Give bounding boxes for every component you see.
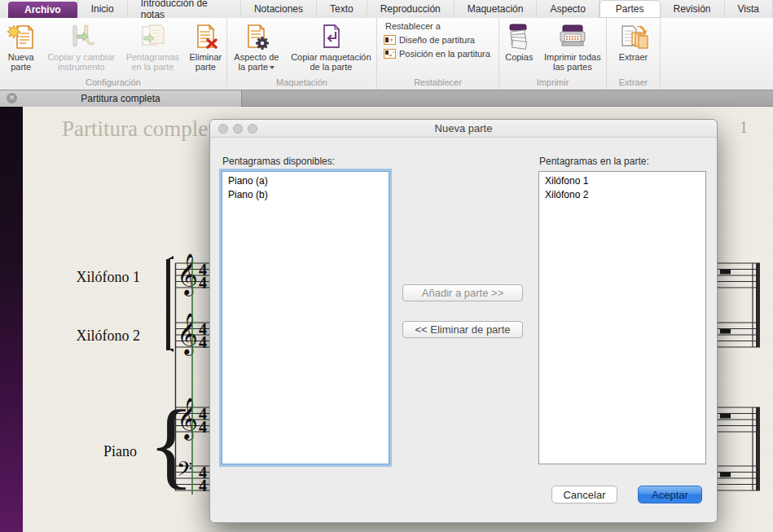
copies-button[interactable]: Copias <box>502 21 537 62</box>
copy-part-layout-button[interactable]: Copiar maquetación de la parte <box>288 21 374 72</box>
delete-part-button[interactable]: Eliminar parte <box>187 21 224 72</box>
final-barline <box>756 407 760 490</box>
reset-to-label: Restablecer a <box>385 21 498 31</box>
list-item[interactable]: Piano (a) <box>222 174 389 188</box>
tab-revision[interactable]: Revisión <box>661 0 725 18</box>
staves-in-part-list[interactable]: Xilófono 1 Xilófono 2 <box>538 171 706 464</box>
nueva-parte-dialog: Nueva parte Pentagramas disponibles: Pen… <box>209 119 718 523</box>
reset-score-position-item[interactable]: Posición en la partitura <box>384 49 498 59</box>
whole-rest-icon <box>720 270 731 477</box>
staves-in-part-label: Pentagramas en la parte: <box>539 156 649 167</box>
copy-part-layout-label: Copiar maquetación de la parte <box>288 52 374 72</box>
tab-vista[interactable]: Vista <box>725 0 773 18</box>
ribbon-tab-bar: Archivo Inicio Introducción de notas Not… <box>0 0 773 18</box>
dialog-title: Nueva parte <box>435 122 493 134</box>
application-window: Archivo Inicio Introducción de notas Not… <box>0 0 773 532</box>
chevron-down-icon <box>270 66 275 69</box>
available-staves-list[interactable]: Piano (a) Piano (b) <box>222 171 389 464</box>
add-to-part-button[interactable]: Añadir a parte >> <box>402 284 523 301</box>
tab-partes[interactable]: Partes <box>600 0 661 18</box>
treble-clef-icon: 𝄞 <box>177 253 198 297</box>
group-extraer: Extraer Extraer <box>607 18 661 90</box>
copy-part-layout-icon <box>316 21 345 52</box>
instrument-label-xilofono-1: Xilófono 1 <box>77 269 141 285</box>
delete-part-label: Eliminar parte <box>187 52 224 72</box>
zoom-window-icon[interactable] <box>248 124 257 134</box>
instrument-label-xilofono-2: Xilófono 2 <box>77 328 141 344</box>
delete-part-icon <box>191 21 220 52</box>
ribbon-filler <box>661 18 773 90</box>
close-window-icon[interactable] <box>218 124 228 134</box>
group-label-maquetacion: Maquetación <box>227 77 376 87</box>
copies-label: Copias <box>505 52 533 62</box>
dialog-title-bar[interactable]: Nueva parte <box>210 120 717 138</box>
print-all-parts-button[interactable]: Imprimir todas las partes <box>542 21 604 72</box>
score-position-icon <box>384 49 396 59</box>
group-imprimir: Copias Imprimir todas las partes <box>499 18 607 90</box>
tab-introduccion-de-notas[interactable]: Introducción de notas <box>128 0 241 18</box>
group-label-restablecer: Restablecer <box>377 77 498 87</box>
time-signature-bottom: 4 <box>199 274 207 292</box>
group-label-extraer: Extraer <box>607 77 660 87</box>
accept-button[interactable]: Aceptar <box>638 486 702 503</box>
part-appearance-label: Aspecto de la parte <box>230 52 283 72</box>
print-all-parts-label: Imprimir todas las partes <box>542 52 604 72</box>
cancel-button[interactable]: Cancelar <box>551 486 617 503</box>
group-configuracion: Nueva parte Copiar y cambiar instrumento <box>0 18 227 90</box>
extract-label: Extraer <box>619 52 648 62</box>
copies-icon <box>504 21 534 52</box>
part-appearance-icon <box>242 21 271 52</box>
new-part-icon <box>7 21 36 52</box>
tab-notaciones[interactable]: Notaciones <box>241 0 317 18</box>
group-label-imprimir: Imprimir <box>499 77 606 87</box>
group-label-configuracion: Configuración <box>0 77 226 87</box>
reset-score-design-item[interactable]: Diseño de partitura <box>384 35 498 45</box>
tab-archivo[interactable]: Archivo <box>8 2 77 18</box>
copy-change-instrument-icon <box>67 21 96 52</box>
remove-from-part-button[interactable]: << Eliminar de parte <box>402 321 523 338</box>
new-part-label: Nueva parte <box>2 52 39 72</box>
part-appearance-button[interactable]: Aspecto de la parte <box>230 21 283 72</box>
bass-clef-icon: 𝄢 <box>177 457 192 486</box>
final-barline <box>756 263 760 347</box>
reset-score-position-label: Posición en la partitura <box>399 49 490 59</box>
staves-in-part-icon <box>138 21 167 52</box>
copy-change-instrument-button[interactable]: Copiar y cambiar instrumento <box>44 21 118 72</box>
extract-button[interactable]: Extraer <box>609 21 657 62</box>
time-signature-bottom: 4 <box>199 418 207 436</box>
list-item[interactable]: Xilófono 2 <box>539 188 705 202</box>
time-signature-bottom: 4 <box>199 333 207 351</box>
score-design-icon <box>384 35 396 45</box>
extract-icon <box>618 21 649 52</box>
tab-inicio[interactable]: Inicio <box>77 0 128 18</box>
group-maquetacion: Aspecto de la parte Copiar maquetación d… <box>227 18 377 90</box>
staves-in-part-button[interactable]: Pentagramas en la parte <box>123 21 182 72</box>
instrument-label-piano: Piano <box>103 443 137 459</box>
copy-change-instrument-label: Copiar y cambiar instrumento <box>44 52 118 72</box>
staves-in-part-label: Pentagramas en la parte <box>123 52 182 72</box>
new-part-button[interactable]: Nueva parte <box>2 21 39 72</box>
treble-clef-icon: 𝄞 <box>177 312 198 356</box>
tab-aspecto[interactable]: Aspecto <box>537 0 599 18</box>
treble-clef-icon: 𝄞 <box>177 397 198 441</box>
close-tab-icon[interactable]: ✕ <box>7 93 17 103</box>
staff-bracket-bar <box>166 259 169 350</box>
document-tab-bar: Partitura completa ✕ <box>0 90 773 107</box>
reset-score-design-label: Diseño de partitura <box>399 35 475 45</box>
available-staves-label: Pentagramas disponibles: <box>222 156 335 167</box>
window-traffic-lights <box>218 124 257 134</box>
tab-maquetacion[interactable]: Maquetación <box>455 0 538 18</box>
tab-reproduccion[interactable]: Reproducción <box>367 0 455 18</box>
group-restablecer: Restablecer a Diseño de partitura Posici… <box>377 18 499 90</box>
ribbon: Nueva parte Copiar y cambiar instrumento <box>0 18 773 90</box>
minimize-window-icon[interactable] <box>233 124 243 134</box>
list-item[interactable]: Piano (b) <box>222 188 389 202</box>
document-tab-partitura-completa[interactable]: Partitura completa <box>0 90 242 107</box>
list-item[interactable]: Xilófono 1 <box>539 174 705 188</box>
tab-texto[interactable]: Texto <box>317 0 367 18</box>
time-signature-bottom: 4 <box>199 477 207 495</box>
print-all-parts-icon <box>556 21 589 52</box>
